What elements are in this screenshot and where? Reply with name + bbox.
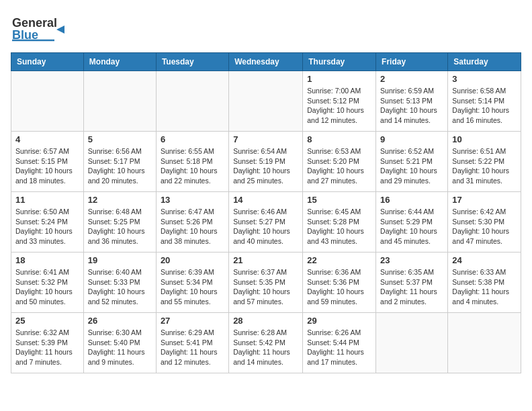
header-cell-thursday: Thursday	[303, 53, 376, 71]
calendar-table: SundayMondayTuesdayWednesdayThursdayFrid…	[11, 52, 521, 373]
day-info: Sunrise: 6:37 AM Sunset: 5:35 PM Dayligh…	[233, 267, 298, 307]
day-info: Sunrise: 6:45 AM Sunset: 5:28 PM Dayligh…	[307, 207, 371, 246]
day-cell: 1Sunrise: 7:00 AM Sunset: 5:12 PM Daylig…	[303, 71, 376, 132]
day-cell: 22Sunrise: 6:36 AM Sunset: 5:36 PM Dayli…	[303, 253, 376, 313]
day-info: Sunrise: 6:40 AM Sunset: 5:33 PM Dayligh…	[88, 267, 152, 307]
day-info: Sunrise: 6:41 AM Sunset: 5:32 PM Dayligh…	[15, 267, 79, 307]
week-row-4: 25Sunrise: 6:32 AM Sunset: 5:39 PM Dayli…	[11, 313, 521, 373]
header-cell-sunday: Sunday	[11, 53, 84, 71]
calendar-body: 1Sunrise: 7:00 AM Sunset: 5:12 PM Daylig…	[11, 71, 521, 373]
day-cell: 28Sunrise: 6:28 AM Sunset: 5:42 PM Dayli…	[229, 313, 303, 373]
day-info: Sunrise: 6:52 AM Sunset: 5:21 PM Dayligh…	[380, 146, 443, 186]
day-info: Sunrise: 6:36 AM Sunset: 5:36 PM Dayligh…	[307, 267, 371, 307]
header-cell-tuesday: Tuesday	[156, 53, 228, 71]
day-number: 17	[452, 195, 517, 205]
day-info: Sunrise: 6:39 AM Sunset: 5:34 PM Dayligh…	[161, 267, 224, 307]
header-cell-monday: Monday	[83, 53, 156, 71]
day-number: 19	[88, 255, 152, 265]
day-info: Sunrise: 6:54 AM Sunset: 5:19 PM Dayligh…	[233, 146, 298, 186]
calendar-header: SundayMondayTuesdayWednesdayThursdayFrid…	[11, 53, 521, 71]
day-cell: 24Sunrise: 6:33 AM Sunset: 5:38 PM Dayli…	[448, 253, 521, 313]
day-info: Sunrise: 6:29 AM Sunset: 5:41 PM Dayligh…	[161, 328, 224, 367]
day-cell	[156, 71, 228, 132]
day-number: 25	[15, 316, 79, 326]
header-cell-friday: Friday	[376, 53, 448, 71]
day-cell	[83, 71, 156, 132]
week-row-0: 1Sunrise: 7:00 AM Sunset: 5:12 PM Daylig…	[11, 71, 521, 132]
day-info: Sunrise: 6:58 AM Sunset: 5:14 PM Dayligh…	[452, 86, 517, 126]
day-cell: 13Sunrise: 6:47 AM Sunset: 5:26 PM Dayli…	[156, 192, 228, 253]
day-cell: 27Sunrise: 6:29 AM Sunset: 5:41 PM Dayli…	[156, 313, 228, 373]
day-cell: 9Sunrise: 6:52 AM Sunset: 5:21 PM Daylig…	[376, 132, 448, 192]
day-cell: 15Sunrise: 6:45 AM Sunset: 5:28 PM Dayli…	[303, 192, 376, 253]
day-number: 16	[380, 195, 443, 205]
day-cell	[376, 313, 448, 373]
day-cell: 21Sunrise: 6:37 AM Sunset: 5:35 PM Dayli…	[229, 253, 303, 313]
day-info: Sunrise: 6:51 AM Sunset: 5:22 PM Dayligh…	[452, 146, 517, 186]
day-number: 20	[161, 255, 224, 265]
day-cell: 23Sunrise: 6:35 AM Sunset: 5:37 PM Dayli…	[376, 253, 448, 313]
day-cell: 7Sunrise: 6:54 AM Sunset: 5:19 PM Daylig…	[229, 132, 303, 192]
day-info: Sunrise: 6:32 AM Sunset: 5:39 PM Dayligh…	[15, 328, 79, 367]
week-row-1: 4Sunrise: 6:57 AM Sunset: 5:15 PM Daylig…	[11, 132, 521, 192]
day-cell: 25Sunrise: 6:32 AM Sunset: 5:39 PM Dayli…	[11, 313, 84, 373]
day-cell: 6Sunrise: 6:55 AM Sunset: 5:18 PM Daylig…	[156, 132, 228, 192]
day-cell	[448, 313, 521, 373]
day-number: 12	[88, 195, 152, 205]
day-info: Sunrise: 6:46 AM Sunset: 5:27 PM Dayligh…	[233, 207, 298, 246]
day-cell: 16Sunrise: 6:44 AM Sunset: 5:29 PM Dayli…	[376, 192, 448, 253]
day-cell: 11Sunrise: 6:50 AM Sunset: 5:24 PM Dayli…	[11, 192, 84, 253]
day-info: Sunrise: 6:50 AM Sunset: 5:24 PM Dayligh…	[15, 207, 79, 246]
day-info: Sunrise: 6:59 AM Sunset: 5:13 PM Dayligh…	[380, 86, 443, 126]
header: General Blue	[11, 11, 521, 44]
day-number: 1	[307, 74, 371, 84]
day-info: Sunrise: 6:28 AM Sunset: 5:42 PM Dayligh…	[233, 328, 298, 367]
header-cell-saturday: Saturday	[448, 53, 521, 71]
day-cell	[11, 71, 84, 132]
day-info: Sunrise: 6:35 AM Sunset: 5:37 PM Dayligh…	[380, 267, 443, 307]
day-cell: 2Sunrise: 6:59 AM Sunset: 5:13 PM Daylig…	[376, 71, 448, 132]
header-cell-wednesday: Wednesday	[229, 53, 303, 71]
week-row-3: 18Sunrise: 6:41 AM Sunset: 5:32 PM Dayli…	[11, 253, 521, 313]
day-info: Sunrise: 6:55 AM Sunset: 5:18 PM Dayligh…	[161, 146, 224, 186]
day-number: 6	[161, 134, 224, 144]
day-info: Sunrise: 7:00 AM Sunset: 5:12 PM Dayligh…	[307, 86, 371, 126]
day-number: 11	[15, 195, 79, 205]
day-info: Sunrise: 6:26 AM Sunset: 5:44 PM Dayligh…	[307, 328, 371, 367]
day-number: 24	[452, 255, 517, 265]
day-cell: 26Sunrise: 6:30 AM Sunset: 5:40 PM Dayli…	[83, 313, 156, 373]
week-row-2: 11Sunrise: 6:50 AM Sunset: 5:24 PM Dayli…	[11, 192, 521, 253]
day-info: Sunrise: 6:44 AM Sunset: 5:29 PM Dayligh…	[380, 207, 443, 246]
day-info: Sunrise: 6:33 AM Sunset: 5:38 PM Dayligh…	[452, 267, 517, 307]
day-number: 22	[307, 255, 371, 265]
day-number: 4	[15, 134, 79, 144]
svg-marker-2	[56, 26, 64, 34]
day-number: 9	[380, 134, 443, 144]
day-cell	[229, 71, 303, 132]
day-cell: 17Sunrise: 6:42 AM Sunset: 5:30 PM Dayli…	[448, 192, 521, 253]
day-number: 28	[233, 316, 298, 326]
day-cell: 20Sunrise: 6:39 AM Sunset: 5:34 PM Dayli…	[156, 253, 228, 313]
day-number: 5	[88, 134, 152, 144]
day-info: Sunrise: 6:30 AM Sunset: 5:40 PM Dayligh…	[88, 328, 152, 367]
day-number: 21	[233, 255, 298, 265]
day-cell: 18Sunrise: 6:41 AM Sunset: 5:32 PM Dayli…	[11, 253, 84, 313]
day-cell: 8Sunrise: 6:53 AM Sunset: 5:20 PM Daylig…	[303, 132, 376, 192]
day-number: 13	[161, 195, 224, 205]
day-cell: 29Sunrise: 6:26 AM Sunset: 5:44 PM Dayli…	[303, 313, 376, 373]
day-info: Sunrise: 6:56 AM Sunset: 5:17 PM Dayligh…	[88, 146, 152, 186]
day-info: Sunrise: 6:48 AM Sunset: 5:25 PM Dayligh…	[88, 207, 152, 246]
day-info: Sunrise: 6:53 AM Sunset: 5:20 PM Dayligh…	[307, 146, 371, 186]
logo: General Blue	[11, 11, 71, 44]
day-number: 7	[233, 134, 298, 144]
day-number: 15	[307, 195, 371, 205]
day-cell: 12Sunrise: 6:48 AM Sunset: 5:25 PM Dayli…	[83, 192, 156, 253]
day-info: Sunrise: 6:47 AM Sunset: 5:26 PM Dayligh…	[161, 207, 224, 246]
day-number: 2	[380, 74, 443, 84]
day-info: Sunrise: 6:42 AM Sunset: 5:30 PM Dayligh…	[452, 207, 517, 246]
day-number: 29	[307, 316, 371, 326]
day-number: 26	[88, 316, 152, 326]
day-cell: 4Sunrise: 6:57 AM Sunset: 5:15 PM Daylig…	[11, 132, 84, 192]
day-number: 27	[161, 316, 224, 326]
day-number: 18	[15, 255, 79, 265]
